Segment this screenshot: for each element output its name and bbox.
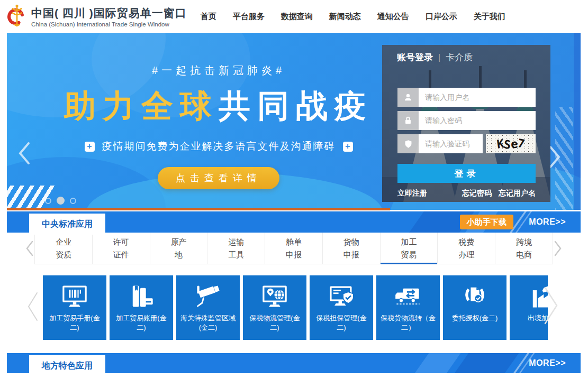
carousel-dot-2[interactable] [57,197,65,205]
carousel-progress-line [7,208,390,210]
banner-title-normal: 共同战疫 [219,88,373,124]
carousel-dots [45,197,76,205]
site-subtitle: China (Sichuan) International Trade Sing… [31,21,187,27]
banner-hashtag: #一起抗击新冠肺炎# [23,63,414,78]
banner-cta-button[interactable]: 点击查看详情 [158,167,279,189]
carousel-dot-3[interactable] [70,198,76,204]
tab-舱单申报[interactable]: 舱单申报 [265,233,323,264]
monitor-logistics-icon [261,280,288,313]
carousel-dot-1[interactable] [45,198,51,204]
tab-运输工具[interactable]: 运输工具 [207,233,265,264]
login-form: KSe7 登录 立即注册 忘记密码 忘记用户名 [397,88,536,198]
tab-line1: 跨境 [516,236,532,248]
cards-prev-icon[interactable] [26,291,40,325]
hero-banner: #一起抗击新冠肺炎# 助力全球共同战疫 + 疫情期间免费为企业解决多语言文件及沟… [7,33,581,210]
category-tabs-strip: 企业资质许可证件原产地运输工具舱单申报货物申报加工贸易税费办理跨境电商 [7,233,581,264]
nav-item-3[interactable]: 数据查询 [281,12,313,22]
password-input[interactable] [419,111,536,130]
helper-download-button[interactable]: 小助手下载 [460,215,513,229]
banner-title: 助力全球共同战疫 [23,85,414,128]
page: 中国( 四川 )国际贸易单一窗口 China (Sichuan) Interna… [0,0,588,379]
register-link[interactable]: 立即注册 [397,189,427,198]
captcha-input[interactable] [419,134,483,153]
user-icon [397,88,419,107]
tab-separator: | [438,53,440,62]
nav-item-2[interactable]: 平台服务 [233,12,265,22]
tab-许可证件[interactable]: 许可证件 [93,233,150,264]
tab-line2: 证件 [113,248,129,261]
nav-item-7[interactable]: 关于我们 [474,12,505,22]
captcha-row: KSe7 [397,134,536,153]
cctv-camera-icon [194,280,222,313]
username-row [397,88,536,107]
forgot-username-link[interactable]: 忘记用户名 [499,189,536,198]
app-card-3[interactable]: 海关特殊监管区域(金二) [176,275,240,340]
forgot-password-link[interactable]: 忘记密码 [462,189,492,198]
category-tabs: 企业资质许可证件原产地运输工具舱单申报货物申报加工贸易税费办理跨境电商 [34,233,553,264]
app-card-5[interactable]: 保税担保管理(金二) [310,275,373,340]
login-tabs: 账号登录 | 卡介质 [397,51,473,63]
login-button[interactable]: 登录 [397,164,536,183]
login-panel: 账号登录 | 卡介质 [382,45,550,202]
app-cards-row: 加工贸易手册(金二)加工贸易账册(金二)海关特殊监管区域(金二)保税物流管理(金… [43,275,548,340]
tab-line1: 企业 [56,236,71,248]
site-logo-icon [6,3,28,31]
tabs-prev-icon[interactable] [25,240,34,259]
banner-decoration [574,33,581,210]
local-section-title: 地方特色应用 [29,355,105,376]
app-card-6[interactable]: 保税货物流转（金二） [376,275,440,340]
app-card-2[interactable]: 加工贸易账册(金二) [110,275,173,340]
app-card-label: 委托授权(金二) [449,313,501,323]
tab-line1: 加工 [401,236,417,248]
cards-next-icon[interactable] [542,285,560,328]
tab-line2: 贸易 [401,248,417,261]
tab-line1: 舱单 [286,236,302,248]
tab-line1: 许可 [113,236,129,248]
app-card-4[interactable]: 保税物流管理(金二) [243,275,306,340]
monitor-shield-icon [328,280,355,313]
captcha-image[interactable]: KSe7 [486,134,536,153]
banner-title-highlight: 助力全球 [64,88,219,124]
tab-line2: 工具 [228,248,244,261]
tab-税费办理[interactable]: 税费办理 [438,233,495,264]
tab-原产地[interactable]: 原产地 [150,233,208,264]
banner-subtitle-row: + 疫情期间免费为企业解决多语言文件及沟通障碍 + [23,140,414,153]
app-card-7[interactable]: 委托授权(金二) [443,275,506,340]
main-nav: 首页平台服务数据查询新闻动态通知公告口岸公示关于我们 [201,12,505,22]
nav-item-5[interactable]: 通知公告 [377,12,409,22]
central-more-link[interactable]: MORE>> [529,211,566,233]
nav-item-6[interactable]: 口岸公示 [426,12,457,22]
tab-加工贸易[interactable]: 加工贸易 [381,233,438,264]
login-links: 立即注册 忘记密码 忘记用户名 [397,189,536,198]
lock-icon [397,111,419,130]
banner-subtitle: 疫情期间免费为企业解决多语言文件及沟通障碍 [102,140,336,153]
tab-line1: 税费 [458,236,474,248]
tabs-next-icon[interactable] [553,240,563,259]
nav-item-4[interactable]: 新闻动态 [329,12,361,22]
nav-item-1[interactable]: 首页 [201,12,216,22]
tab-line1: 运输 [228,236,244,248]
app-card-label: 保税货物流转（金二） [376,313,440,332]
app-card-label: 加工贸易手册(金二) [43,313,106,332]
username-input[interactable] [419,88,536,107]
brand-block: 中国( 四川 )国际贸易单一窗口 China (Sichuan) Interna… [31,6,187,27]
app-card-label: 保税担保管理(金二) [310,313,373,332]
carousel-prev-icon[interactable] [17,141,31,168]
app-card-label: 海关特殊监管区域(金二) [176,313,240,332]
plus-icon: + [85,142,95,152]
tab-货物申报[interactable]: 货物申报 [323,233,381,264]
password-row [397,111,536,130]
tab-line2: 地 [175,248,183,261]
local-more-link[interactable]: MORE>> [529,353,566,373]
tab-企业资质[interactable]: 企业资质 [34,233,93,264]
app-card-label: 加工贸易账册(金二) [110,313,173,332]
tab-account-login[interactable]: 账号登录 [397,51,433,63]
ledger-books-icon [128,280,155,313]
banner-content: #一起抗击新冠肺炎# 助力全球共同战疫 + 疫情期间免费为企业解决多语言文件及沟… [23,33,414,189]
tab-跨境电商[interactable]: 跨境电商 [495,233,553,264]
tab-line2: 办理 [458,248,474,261]
tab-line1: 原产 [170,236,186,248]
site-header: 中国( 四川 )国际贸易单一窗口 China (Sichuan) Interna… [0,0,588,33]
app-card-1[interactable]: 加工贸易手册(金二) [43,275,106,340]
tab-card-login[interactable]: 卡介质 [446,51,473,63]
